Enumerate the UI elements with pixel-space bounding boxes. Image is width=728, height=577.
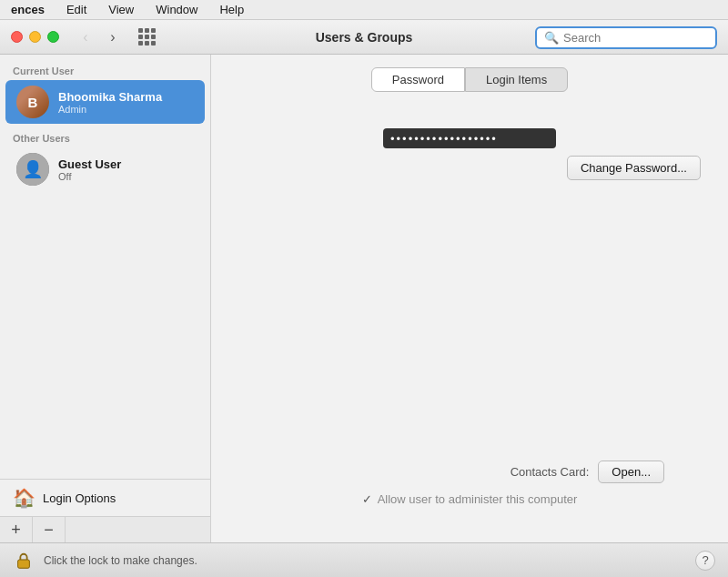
- password-dots: [383, 128, 556, 148]
- search-input[interactable]: [563, 31, 708, 45]
- guest-user-info: Guest User Off: [58, 157, 121, 182]
- contacts-row: Contacts Card: Open...: [238, 461, 701, 492]
- admin-checkbox[interactable]: ✓: [362, 492, 372, 506]
- app-grid-button[interactable]: [134, 27, 159, 47]
- svg-rect-1: [18, 560, 30, 568]
- admin-label: Allow user to administer this computer: [378, 492, 578, 506]
- os-menu-bar: ences Edit View Window Help: [0, 0, 728, 20]
- admin-row: ✓ Allow user to administer this computer: [238, 492, 701, 524]
- guest-user-item[interactable]: 👤 Guest User Off: [5, 147, 205, 191]
- forward-button[interactable]: ›: [101, 27, 125, 47]
- current-user-label: Current User: [0, 66, 210, 80]
- open-button[interactable]: Open...: [598, 461, 664, 483]
- nav-buttons: ‹ ›: [74, 27, 125, 47]
- lock-icon-wrap[interactable]: [13, 550, 35, 572]
- lock-text: Click the lock to make changes.: [44, 554, 197, 567]
- search-icon: 🔍: [544, 31, 559, 45]
- login-options-item[interactable]: 🏠 Login Options: [0, 479, 210, 516]
- menu-item-preferences[interactable]: ences: [7, 3, 48, 16]
- menu-item-window[interactable]: Window: [152, 3, 201, 16]
- sidebar: Current User B Bhoomika Sharma Admin Oth…: [0, 55, 211, 542]
- guest-user-name: Guest User: [58, 157, 121, 171]
- guest-avatar-icon: 👤: [16, 153, 49, 186]
- maximize-button[interactable]: [47, 31, 59, 43]
- guest-avatar: 👤: [16, 153, 49, 186]
- login-options-label: Login Options: [43, 491, 116, 505]
- menu-item-edit[interactable]: Edit: [63, 3, 90, 16]
- contacts-card-label: Contacts Card:: [511, 465, 590, 479]
- close-button[interactable]: [11, 31, 23, 43]
- help-button[interactable]: ?: [695, 551, 715, 571]
- current-user-item[interactable]: B Bhoomika Sharma Admin: [5, 80, 205, 124]
- other-users-label: Other Users: [0, 133, 210, 147]
- lock-icon: [15, 552, 33, 570]
- tab-bar: Password Login Items: [211, 55, 728, 92]
- window-title: Users & Groups: [316, 30, 413, 45]
- back-button[interactable]: ‹: [74, 27, 97, 47]
- search-box[interactable]: 🔍: [535, 26, 717, 49]
- login-options-icon: 🏠: [13, 487, 35, 509]
- traffic-lights: [11, 31, 59, 43]
- change-password-button[interactable]: Change Password...: [567, 156, 701, 180]
- guest-user-status: Off: [58, 171, 121, 182]
- main-area: Current User B Bhoomika Sharma Admin Oth…: [0, 55, 728, 542]
- tab-login-items[interactable]: Login Items: [465, 67, 568, 92]
- minimize-button[interactable]: [29, 31, 41, 43]
- title-bar: ‹ › Users & Groups 🔍: [0, 20, 728, 55]
- sidebar-controls: + −: [0, 516, 210, 542]
- user-role: Admin: [58, 104, 162, 115]
- menu-item-help[interactable]: Help: [216, 3, 248, 16]
- remove-user-button[interactable]: −: [33, 517, 66, 542]
- user-name: Bhoomika Sharma: [58, 90, 162, 104]
- add-user-button[interactable]: +: [0, 517, 33, 542]
- content-panel: Password Login Items Change Password... …: [211, 55, 728, 542]
- tab-password[interactable]: Password: [371, 67, 465, 92]
- avatar-image: B: [16, 86, 49, 118]
- password-row: [238, 128, 701, 148]
- bottom-bar: Click the lock to make changes. ?: [0, 542, 728, 577]
- grid-icon: [138, 28, 156, 46]
- password-content: Change Password... Contacts Card: Open..…: [211, 92, 728, 542]
- user-info: Bhoomika Sharma Admin: [58, 90, 162, 115]
- avatar: B: [16, 86, 49, 118]
- menu-item-view[interactable]: View: [105, 3, 137, 16]
